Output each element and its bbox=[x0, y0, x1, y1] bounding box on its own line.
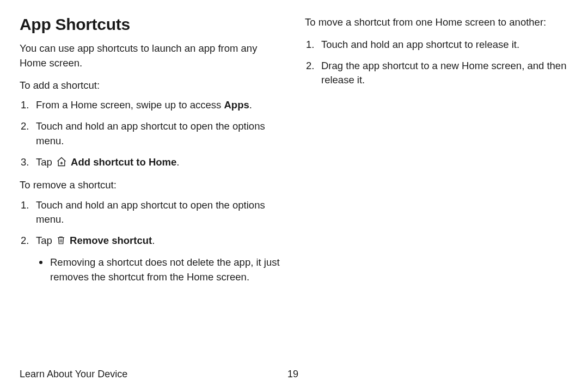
footer-section: Learn About Your Device bbox=[20, 369, 127, 379]
text: Tap bbox=[36, 156, 55, 168]
remove-steps: Touch and hold an app shortcut to open t… bbox=[20, 198, 283, 285]
left-column: App Shortcuts You can use app shortcuts … bbox=[20, 15, 283, 291]
text: . bbox=[176, 156, 179, 168]
trash-icon bbox=[56, 235, 66, 250]
add-lead: To add a shortcut: bbox=[20, 78, 283, 93]
move-steps: Touch and hold an app shortcut to releas… bbox=[305, 38, 568, 88]
text: . bbox=[249, 99, 252, 111]
text: From a Home screen, swipe up to access bbox=[36, 99, 224, 111]
move-lead: To move a shortcut from one Home screen … bbox=[305, 15, 568, 30]
remove-note: Removing a shortcut does not delete the … bbox=[36, 255, 283, 285]
page-number: 19 bbox=[287, 369, 298, 380]
home-add-icon bbox=[56, 156, 67, 171]
remove-lead: To remove a shortcut: bbox=[20, 178, 283, 193]
page-title: App Shortcuts bbox=[20, 15, 283, 34]
move-step-1: Touch and hold an app shortcut to releas… bbox=[305, 38, 568, 52]
remove-step-1: Touch and hold an app shortcut to open t… bbox=[20, 198, 283, 228]
add-step-3: Tap Add shortcut to Home. bbox=[20, 155, 283, 171]
add-shortcut-label: Add shortcut to Home bbox=[71, 156, 176, 168]
move-step-2: Drag the app shortcut to a new Home scre… bbox=[305, 59, 568, 88]
apps-label: Apps bbox=[224, 99, 249, 111]
add-steps: From a Home screen, swipe up to access A… bbox=[20, 98, 283, 171]
add-step-1: From a Home screen, swipe up to access A… bbox=[20, 98, 283, 113]
remove-note-list: Removing a shortcut does not delete the … bbox=[36, 255, 283, 285]
right-column: To move a shortcut from one Home screen … bbox=[305, 15, 568, 291]
text: . bbox=[152, 235, 155, 246]
text: Tap bbox=[36, 235, 55, 246]
add-step-2: Touch and hold an app shortcut to open t… bbox=[20, 119, 283, 149]
page-footer: Learn About Your Device 19 bbox=[20, 369, 568, 380]
intro-text: You can use app shortcuts to launch an a… bbox=[20, 41, 283, 71]
remove-step-2: Tap Remove shortcut. Removing a shortcut… bbox=[20, 234, 283, 284]
remove-shortcut-label: Remove shortcut bbox=[70, 235, 152, 246]
